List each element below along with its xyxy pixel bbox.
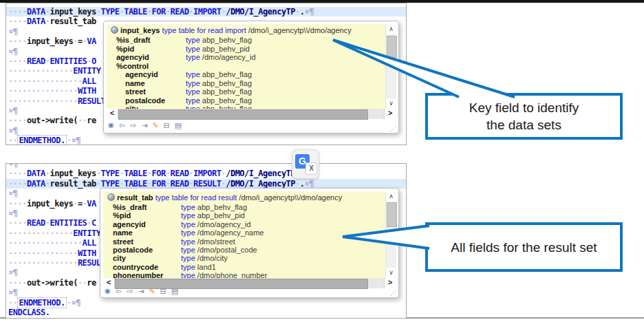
type-path: /dmo/i_agencytp\\/dmo/agency xyxy=(248,26,352,34)
code-line: ····DATA·input_keys·TYPE·TABLE·FOR·READ·… xyxy=(6,7,406,17)
last-edit-icon[interactable]: ⇥ xyxy=(141,120,147,130)
back-icon[interactable]: ⇦ xyxy=(119,120,125,130)
type-path: /dmo/i_agencytp\\/dmo/agency xyxy=(239,193,342,202)
vertical-scroll-thumb[interactable] xyxy=(387,36,397,58)
type-keywords: type table for read result xyxy=(155,193,237,202)
properties-view-icon[interactable]: ▤ xyxy=(171,286,178,296)
field-row: postalcodetype abp_behv_flag xyxy=(125,96,165,105)
variable-icon xyxy=(107,193,115,201)
highlight-pen-icon[interactable]: ✎ xyxy=(152,120,158,130)
tooltip-content: input_keys type table for read import /d… xyxy=(107,24,385,109)
back-icon[interactable]: ⇦ xyxy=(116,286,122,296)
code-line: ··ENDMETHOD.·¤¶ xyxy=(6,298,406,308)
tooltip-header: input_keys type table for read import /d… xyxy=(111,26,352,34)
field-row: countrycodetype land1 xyxy=(113,263,158,272)
tree-view-icon[interactable]: ⊟ xyxy=(164,120,170,130)
tooltip-toolbar: ◉⇦⇨⇥✎⊟▤ xyxy=(105,286,178,297)
field-row: %control xyxy=(116,62,149,71)
tooltip-content: result_tab type table for read result /d… xyxy=(103,191,385,278)
field-row: nametype abp_behv_flag xyxy=(125,79,145,88)
google-translate-icon[interactable]: G X xyxy=(292,149,319,179)
callout-text-line: All fields for the result set xyxy=(428,239,620,256)
scroll-right-icon[interactable]: > xyxy=(384,278,396,288)
element-info-popup-result-tab: result_tab type table for read result /d… xyxy=(100,188,399,298)
field-row: %pidtype abp_behv_pid xyxy=(113,211,131,220)
field-row: agencyidtype /dmo/agency_id xyxy=(116,53,149,62)
field-row: agencyidtype abp_behv_flag xyxy=(125,70,158,79)
callout-text-line: Key field to identify xyxy=(428,99,620,116)
callout-key-field: Key field to identify the data sets xyxy=(425,93,623,140)
type-keywords: type table for read import xyxy=(162,26,246,34)
field-row: agencyidtype /dmo/agency_id xyxy=(113,220,146,229)
horizontal-scrollbar[interactable]: < > xyxy=(107,109,396,119)
code-line: ··ENDMETHOD.·¤¶ xyxy=(6,136,406,145)
field-row: nametype /dmo/agency_name xyxy=(113,228,133,237)
horizontal-scroll-thumb[interactable] xyxy=(118,109,368,120)
field-row: %is_drafttype abp_behv_flag xyxy=(113,203,147,212)
properties-view-icon[interactable]: ▤ xyxy=(175,120,182,130)
resize-grip[interactable]: ⋰ xyxy=(390,125,396,132)
callout-all-fields: All fields for the result set xyxy=(425,222,623,272)
scroll-left-icon[interactable]: < xyxy=(107,109,118,119)
field-row: %is_drafttype abp_behv_flag xyxy=(116,36,151,45)
code-line: ENDCLASS. xyxy=(6,308,406,317)
vertical-scroll-thumb[interactable] xyxy=(387,202,397,227)
field-row: streettype abp_behv_flag xyxy=(125,87,146,96)
tree-view-icon[interactable]: ⊟ xyxy=(160,286,167,296)
screenshot-canvas: ····DATA·input_keys·TYPE·TABLE·FOR·READ·… xyxy=(0,0,644,320)
scroll-up-icon[interactable]: ∧ xyxy=(386,191,396,202)
translate-glyph-tile: X xyxy=(305,162,317,175)
tooltip-toolbar: ◉⇦⇨⇥✎⊟▤ xyxy=(108,120,182,131)
forward-icon[interactable]: ⇨ xyxy=(127,286,133,296)
callout-text-line: the data sets xyxy=(428,116,620,134)
scroll-up-icon[interactable]: ∧ xyxy=(386,24,396,34)
info-icon[interactable]: ◉ xyxy=(108,120,114,130)
scroll-right-icon[interactable]: > xyxy=(384,109,396,119)
code-line: ¤¶ xyxy=(6,163,406,169)
variable-name: result_tab xyxy=(117,193,153,202)
field-row: %pidtype abp_behv_pid xyxy=(116,45,134,54)
code-line: ····DATA·input_keys·TYPE·TABLE·FOR·READ·… xyxy=(6,169,406,178)
field-row: citytype /dmo/city xyxy=(113,254,126,263)
scroll-down-icon[interactable]: ∨ xyxy=(386,98,396,109)
vertical-scrollbar[interactable]: ∧ ∨ xyxy=(385,191,396,278)
last-edit-icon[interactable]: ⇥ xyxy=(138,286,144,296)
resize-grip[interactable]: ⋰ xyxy=(390,290,396,297)
forward-icon[interactable]: ⇨ xyxy=(130,120,136,130)
scroll-down-icon[interactable]: ∨ xyxy=(386,268,396,278)
field-row: phonenumbertype /dmo/phone_number xyxy=(113,271,163,278)
variable-icon xyxy=(111,26,118,34)
element-info-popup-input-keys: input_keys type table for read import /d… xyxy=(103,21,399,134)
vertical-scrollbar[interactable]: ∧ ∨ xyxy=(385,24,396,109)
field-row: postalcodetype /dmo/postal_code xyxy=(113,246,153,255)
variable-name: input_keys xyxy=(120,26,160,34)
info-icon[interactable]: ◉ xyxy=(105,286,111,296)
tooltip-header: result_tab type table for read result /d… xyxy=(107,193,342,202)
highlight-pen-icon[interactable]: ✎ xyxy=(149,286,155,296)
field-row: streettype /dmo/street xyxy=(113,237,133,246)
